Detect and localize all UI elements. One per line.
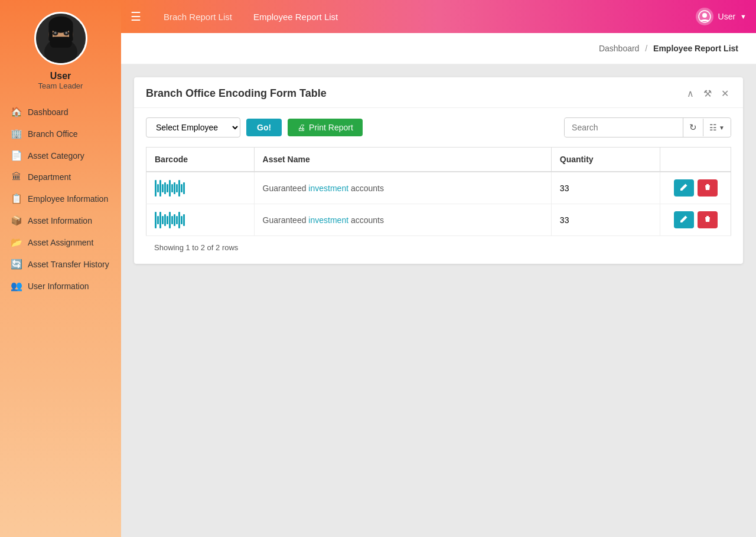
sidebar-item-user-information[interactable]: 👥User Information xyxy=(0,275,121,297)
delete-button-1[interactable] xyxy=(698,211,718,228)
col-quantity: Quantity xyxy=(551,148,660,172)
col-actions xyxy=(660,148,731,172)
card-header-icons: ∧ ⚒ ✕ xyxy=(685,87,731,100)
sidebar-label-asset-information: Asset Information xyxy=(28,216,92,225)
barcode-cell-1 xyxy=(146,204,255,236)
action-buttons-0 xyxy=(669,179,722,197)
hamburger-menu[interactable]: ☰ xyxy=(131,9,141,24)
sidebar-item-branch-office[interactable]: 🏢Branch Office xyxy=(0,123,121,145)
content-area: Dashboard / Employee Report List Branch … xyxy=(121,33,756,537)
topnav: ☰ Brach Report List Employee Report List… xyxy=(121,0,756,33)
edit-button-1[interactable] xyxy=(674,211,694,228)
svg-point-9 xyxy=(54,32,56,34)
sidebar-label-asset-transfer-history: Asset Transfer History xyxy=(28,260,109,269)
col-asset-name: Asset Name xyxy=(254,148,551,172)
card-header: Branch Office Encoding Form Table ∧ ⚒ ✕ xyxy=(134,77,743,108)
barcode-bars xyxy=(155,212,246,228)
search-box: ↻ ☷ ▼ xyxy=(564,117,731,137)
breadcrumb-sep: / xyxy=(645,44,647,53)
sidebar-item-asset-category[interactable]: 📄Asset Category xyxy=(0,145,121,166)
action-cell-1 xyxy=(660,204,731,236)
card-title: Branch Office Encoding Form Table xyxy=(146,87,327,100)
asset-information-icon: 📦 xyxy=(11,215,22,226)
barcode-bars xyxy=(155,180,246,197)
sidebar-label-asset-assignment: Asset Assignment xyxy=(28,238,93,247)
select-employee-dropdown[interactable]: Select Employee xyxy=(146,117,240,137)
branch-report-link[interactable]: Brach Report List xyxy=(153,12,243,22)
table-row: Guaranteed investment accounts33 xyxy=(146,172,731,204)
table-footer: Showing 1 to 2 of 2 rows xyxy=(146,236,731,254)
sidebar-nav: 🏠Dashboard🏢Branch Office📄Asset Category🏛… xyxy=(0,101,121,297)
breadcrumb-home[interactable]: Dashboard xyxy=(599,44,640,53)
svg-point-12 xyxy=(702,13,707,18)
sidebar-userrole: Team Leader xyxy=(38,81,83,90)
action-buttons-1 xyxy=(669,211,722,228)
topnav-user[interactable]: User ▼ xyxy=(696,8,747,25)
data-table: Barcode Asset Name Quantity Guaranteed i… xyxy=(146,147,731,236)
avatar xyxy=(34,12,87,65)
asset-name-cell-0: Guaranteed investment accounts xyxy=(254,172,551,204)
asset-transfer-history-icon: 🔄 xyxy=(11,258,22,270)
table-container: Barcode Asset Name Quantity Guaranteed i… xyxy=(134,147,743,264)
breadcrumb: Dashboard / Employee Report List xyxy=(599,44,738,53)
collapse-icon[interactable]: ∧ xyxy=(685,87,696,100)
sidebar-item-department[interactable]: 🏛Department xyxy=(0,166,121,188)
department-icon: 🏛 xyxy=(11,172,22,182)
sidebar-item-employee-information[interactable]: 📋Employee Information xyxy=(0,188,121,209)
action-cell-0 xyxy=(660,172,731,204)
svg-rect-6 xyxy=(50,37,71,48)
col-barcode: Barcode xyxy=(146,148,255,172)
sidebar-item-asset-transfer-history[interactable]: 🔄Asset Transfer History xyxy=(0,253,121,275)
employee-report-link[interactable]: Employee Report List xyxy=(243,12,348,22)
asset-name-cell-1: Guaranteed investment accounts xyxy=(254,204,551,236)
barcode-cell-0 xyxy=(146,172,255,204)
branch-office-icon: 🏢 xyxy=(11,128,22,139)
sidebar: User Team Leader 🏠Dashboard🏢Branch Offic… xyxy=(0,0,121,537)
breadcrumb-bar: Dashboard / Employee Report List xyxy=(121,33,756,64)
user-avatar-icon xyxy=(696,8,713,25)
svg-point-10 xyxy=(65,32,67,34)
table-row: Guaranteed investment accounts33 xyxy=(146,204,731,236)
sidebar-label-user-information: User Information xyxy=(28,281,89,291)
print-button-label: Print Report xyxy=(309,123,353,132)
asset-category-icon: 📄 xyxy=(11,150,22,161)
go-button[interactable]: Go! xyxy=(246,119,282,136)
toolbar: Select Employee Go! 🖨 Print Report ↻ ☷ ▼ xyxy=(134,108,743,147)
main-area: ☰ Brach Report List Employee Report List… xyxy=(121,0,756,537)
refresh-button[interactable]: ↻ xyxy=(683,118,703,137)
main-card: Branch Office Encoding Form Table ∧ ⚒ ✕ … xyxy=(134,77,743,264)
edit-button-0[interactable] xyxy=(674,179,694,197)
asset-assignment-icon: 📂 xyxy=(11,237,22,248)
sidebar-item-dashboard[interactable]: 🏠Dashboard xyxy=(0,101,121,123)
sidebar-item-asset-assignment[interactable]: 📂Asset Assignment xyxy=(0,231,121,253)
settings-icon[interactable]: ⚒ xyxy=(701,87,714,100)
grid-icon: ☷ xyxy=(709,123,717,132)
grid-options-button[interactable]: ☷ ▼ xyxy=(703,119,731,136)
sidebar-label-employee-information: Employee Information xyxy=(28,194,108,204)
topnav-username: User xyxy=(718,12,736,21)
print-icon: 🖨 xyxy=(297,123,305,132)
search-input[interactable] xyxy=(565,119,683,136)
sidebar-label-branch-office: Branch Office xyxy=(28,129,78,139)
sidebar-item-asset-information[interactable]: 📦Asset Information xyxy=(0,209,121,231)
quantity-cell-0: 33 xyxy=(551,172,660,204)
breadcrumb-current: Employee Report List xyxy=(653,44,738,53)
table-header-row: Barcode Asset Name Quantity xyxy=(146,148,731,172)
grid-dropdown-icon: ▼ xyxy=(719,125,725,131)
sidebar-label-department: Department xyxy=(28,172,71,182)
user-dropdown-icon[interactable]: ▼ xyxy=(740,13,747,20)
user-information-icon: 👥 xyxy=(11,280,22,292)
sidebar-username: User xyxy=(50,71,71,81)
dashboard-icon: 🏠 xyxy=(11,106,22,117)
sidebar-label-asset-category: Asset Category xyxy=(28,151,84,161)
delete-button-0[interactable] xyxy=(698,179,718,197)
print-button[interactable]: 🖨 Print Report xyxy=(288,119,363,136)
quantity-cell-1: 33 xyxy=(551,204,660,236)
employee-information-icon: 📋 xyxy=(11,193,22,204)
sidebar-label-dashboard: Dashboard xyxy=(28,107,69,117)
close-icon[interactable]: ✕ xyxy=(719,87,731,100)
